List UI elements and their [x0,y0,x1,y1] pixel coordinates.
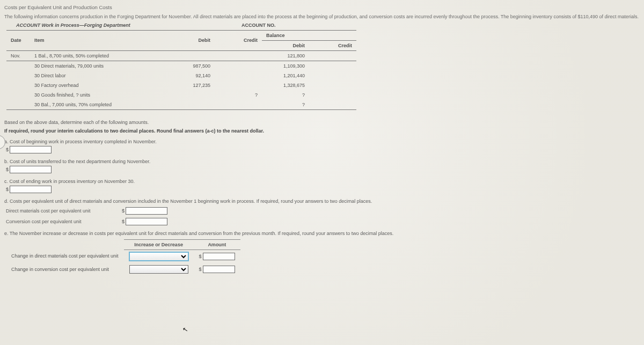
cell-item: 30 Factory overhead [30,80,167,90]
change-row-conv: Change in conversion cost per equivalent… [6,263,240,276]
answer-d-dm-row: Direct materials cost per equivalent uni… [6,207,640,215]
cell-credit [215,80,262,90]
question-b: b. Cost of units transferred to the next… [4,159,640,164]
account-header-row: ACCOUNT Work in Process—Forging Departme… [16,23,640,28]
col-item: Item [30,30,167,50]
question-d-text: d. Costs per equivalent unit of direct m… [4,199,372,204]
answer-b-input[interactable] [10,166,52,173]
cell-itemtext: Bal., 7,000 units, 70% completed [41,102,112,107]
table-row: 30 Factory overhead 127,235 1,328,675 [6,80,356,90]
answer-c-row: $ [6,186,640,193]
cell-balcredit [309,61,356,71]
answer-d-conv-row: Conversion cost per equivalent unit $ [6,218,640,225]
change-conv-select[interactable] [129,265,188,274]
account-no-label: ACCOUNT NO. [241,23,276,28]
col-baldebit: Debit [262,40,309,50]
col-date: Date [6,30,30,50]
cell-item: 30 Goods finished, ? units [30,90,167,100]
cell-baldebit: ? [262,100,309,110]
answer-a-row: $ [6,146,640,153]
question-a: a. Cost of beginning work in process inv… [4,139,640,144]
cell-day: 30 [34,73,40,78]
change-dm-select[interactable] [129,252,188,261]
currency-symbol: $ [122,219,125,224]
answer-d-dm-input[interactable] [126,207,167,215]
cell-day: 1 [34,53,37,58]
cell-balcredit [309,90,356,100]
based-on-text: Based on the above data, determine each … [4,120,640,125]
cell-credit [215,61,262,71]
cell-itemtext: Bal., 8,700 units, 50% completed [39,53,109,58]
cell-balcredit [309,50,356,61]
currency-symbol: $ [6,167,9,172]
table-row: 30 Goods finished, ? units ? ? [6,90,356,100]
table-row: Nov. 1 Bal., 8,700 units, 50% completed … [6,50,356,61]
col-credit: Credit [215,30,262,50]
table-row: 30 Bal., 7,000 units, 70% completed ? [6,100,356,110]
question-e-text: e. The November increase or decrease in … [4,231,393,236]
cell-itemtext: Direct materials, 79,000 units [41,63,104,69]
question-d: d. Costs per equivalent unit of direct m… [4,199,640,204]
change-row-conv-label: Change in conversion cost per equivalent… [6,263,124,276]
cell-balcredit [309,71,356,80]
change-row-dm-select-cell [124,249,194,263]
left-page-indicator [0,135,5,149]
table-row: 30 Direct materials, 79,000 units 987,50… [6,61,356,71]
cell-debit: 127,235 [167,80,215,90]
cell-credit [215,100,262,110]
intro-paragraph: The following information concerns produ… [4,13,640,20]
table-row: 30 Direct labor 92,140 1,201,440 [6,71,356,80]
cell-date [6,61,30,71]
cell-item: 30 Direct materials, 79,000 units [30,61,167,71]
cell-baldebit: 1,328,675 [262,80,309,90]
change-row-conv-select-cell [124,263,194,276]
cell-item: 1 Bal., 8,700 units, 50% completed [30,50,167,61]
cell-date: Nov. [6,50,30,61]
cell-date [6,80,30,90]
answer-c-input[interactable] [10,186,52,193]
cell-credit [215,50,262,61]
cell-debit: 92,140 [167,71,215,80]
cell-credit [215,71,262,80]
cell-day: 30 [34,102,40,107]
rounding-instruction: If required, round your interim calculat… [4,128,640,134]
question-c: c. Cost of ending work in process invent… [4,179,640,184]
cell-day: 30 [34,63,40,69]
cell-baldebit: 1,109,300 [262,61,309,71]
change-row-dm: Change in direct materials cost per equi… [6,249,240,263]
cell-item: 30 Bal., 7,000 units, 70% completed [30,100,167,110]
cursor-icon: ↖ [182,325,188,334]
cell-debit [167,50,215,61]
answer-d-conv-input[interactable] [126,218,167,225]
change-col-amount: Amount [194,239,241,249]
cell-day: 30 [34,92,40,98]
page-container: Costs per Equivalent Unit and Production… [0,0,644,345]
change-empty-header [6,239,124,249]
change-table: Increase or Decrease Amount Change in di… [6,239,240,276]
cell-credit: ? [215,90,262,100]
cell-item: 30 Direct labor [30,71,167,80]
question-e: e. The November increase or decrease in … [4,231,640,236]
change-conv-amount-input[interactable] [203,266,235,273]
change-row-conv-amount-cell: $ [194,263,241,276]
cell-baldebit: 1,201,440 [262,71,309,80]
account-title-left: ACCOUNT Work in Process—Forging Departme… [16,23,241,28]
cell-date [6,71,30,80]
label-dm-cost: Direct materials cost per equivalent uni… [6,208,119,214]
answer-a-input[interactable] [10,146,52,153]
cell-itemtext: Direct labor [41,73,66,78]
cell-baldebit: 121,800 [262,50,309,61]
cell-balcredit [309,80,356,90]
col-balcredit: Credit [309,40,356,50]
cell-date [6,100,30,110]
change-row-dm-label: Change in direct materials cost per equi… [6,249,124,263]
cell-balcredit [309,100,356,110]
cell-debit: 987,500 [167,61,215,71]
change-dm-amount-input[interactable] [203,253,235,260]
currency-symbol: $ [6,147,9,152]
col-debit: Debit [167,30,215,50]
cell-day: 30 [34,83,40,88]
col-balance: Balance [262,30,356,40]
cell-itemtext: Goods finished, ? units [41,92,91,98]
answer-b-row: $ [6,166,640,173]
